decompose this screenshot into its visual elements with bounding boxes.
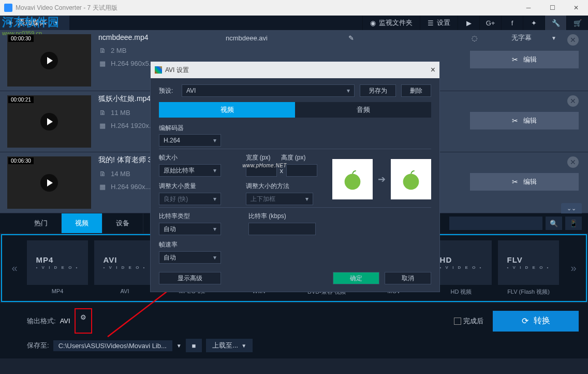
tab-video[interactable]: 视频 [62, 213, 102, 233]
framesize-select[interactable]: 原始比特率 [159, 164, 221, 177]
cancel-button[interactable]: 取消 [385, 272, 431, 284]
close-button[interactable]: ✕ [564, 0, 588, 16]
edit-button[interactable]: ✂ 编辑 [470, 51, 579, 68]
add-media-button[interactable]: ＋ 添加媒体 ▼ [0, 16, 69, 30]
file-size: 14 MB [111, 170, 130, 178]
audio-tab[interactable]: 音频 [295, 102, 431, 118]
pencil-icon[interactable]: ✎ [348, 34, 465, 42]
maximize-button[interactable]: ☐ [540, 0, 564, 16]
bitrate-input[interactable] [248, 223, 316, 235]
codec-select[interactable]: H.264 [159, 134, 221, 147]
scissors-icon: ✂ [512, 55, 518, 64]
tab-hot[interactable]: 热门 [21, 213, 62, 233]
file-thumbnail[interactable]: 00:06:30 [7, 156, 91, 209]
output-settings-gear-button[interactable]: ⚙ [77, 310, 90, 324]
watch-folder-label: 监视文件夹 [379, 18, 413, 27]
edit-button[interactable]: ✂ 编辑 [470, 112, 579, 130]
format-card[interactable]: FLV• V I D E O • FLV (Flash 视频) [498, 240, 559, 296]
file-icon: 🗎 [98, 109, 107, 117]
search-input[interactable] [449, 217, 542, 230]
quality-select[interactable]: 良好 (快) [159, 193, 221, 205]
codec-icon: ▦ [98, 60, 107, 67]
height-input[interactable] [286, 164, 317, 177]
search-icon: 🔍 [550, 220, 558, 227]
svg-point-2 [403, 174, 419, 190]
youtube-icon[interactable]: ▶ [458, 16, 479, 30]
framerate-select[interactable]: 自动 [159, 251, 221, 264]
play-icon[interactable] [40, 113, 58, 131]
bitrate-label: 比特率 (kbps) [248, 212, 328, 221]
app-icon [4, 4, 12, 12]
subtitle-label: 无字幕 [511, 33, 548, 42]
next-formats-button[interactable]: » [565, 242, 582, 294]
prev-formats-button[interactable]: « [6, 242, 23, 294]
bottom-bar: 输出格式: AVI ⚙ 完成后 ⟳ 转换 保存至: C:\Users\ASUS\… [0, 303, 588, 358]
play-icon[interactable] [40, 52, 58, 69]
remove-file-button[interactable]: ✕ [567, 34, 579, 46]
remove-file-button[interactable]: ✕ [567, 156, 579, 168]
dialog-close-button[interactable]: × [431, 65, 435, 75]
avi-settings-dialog: AVI 设置 × 预设: AVI 另存为 删除 视频 音频 编解码器 H.264… [150, 61, 440, 292]
after-checkbox[interactable]: 完成后 [454, 317, 483, 326]
subtitle-icon: ◌ [472, 34, 508, 42]
camera-icon: ◉ [370, 19, 376, 27]
facebook-icon[interactable]: f [501, 16, 523, 30]
framesize-label: 帧大小 [159, 153, 236, 162]
gear-icon: ⚙ [80, 313, 86, 321]
show-advanced-button[interactable]: 显示高级 [159, 272, 221, 284]
key-icon[interactable]: 🔧 [545, 16, 566, 30]
settings-label: 设置 [437, 18, 450, 27]
browse-folder-button[interactable]: ■ [186, 339, 202, 352]
path-dropdown-icon[interactable]: ▼ [177, 343, 182, 349]
file-codec: H.264 960x5... [111, 60, 155, 67]
preset-select[interactable]: AVI [182, 84, 355, 97]
format-card[interactable]: MP4• V I D E O • MP4 [27, 240, 88, 296]
double-chevron-down-icon: ⌄⌄ [567, 205, 576, 212]
format-label: MP4 [52, 288, 64, 294]
save-path-box[interactable]: C:\Users\ASUS\Videos\Movavi Lib... [53, 340, 172, 351]
search-button[interactable]: 🔍 [546, 217, 562, 230]
file-thumbnail[interactable]: 00:00:21 [7, 95, 91, 148]
duration-badge: 00:00:30 [8, 35, 34, 42]
remove-file-button[interactable]: ✕ [567, 95, 579, 107]
tab-device[interactable]: 设备 [102, 213, 143, 233]
dialog-title: AVI 设置 [165, 66, 189, 75]
format-label: FLV (Flash 视频) [507, 288, 550, 296]
chevron-down-icon: ▼ [241, 343, 246, 349]
resizemethod-select[interactable]: 上下加框 [246, 193, 313, 205]
bitratetype-select[interactable]: 自动 [159, 223, 221, 235]
twitter-icon[interactable]: ✦ [523, 16, 545, 30]
cart-icon[interactable]: 🛒 [566, 16, 588, 30]
convert-button[interactable]: ⟳ 转换 [493, 311, 579, 332]
format-card[interactable]: AVI• V I D E O • AVI [94, 240, 155, 296]
phone-icon: 📱 [569, 220, 578, 227]
preset-label: 预设: [159, 87, 177, 95]
settings-button[interactable]: ☰ 设置 [420, 16, 458, 30]
scissors-icon: ✂ [512, 178, 518, 186]
watch-folder-button[interactable]: ◉ 监视文件夹 [362, 16, 420, 30]
device-detect-button[interactable]: 📱 [565, 217, 582, 230]
video-tab[interactable]: 视频 [159, 102, 295, 118]
quality-label: 调整大小质量 [159, 182, 236, 191]
edit-button[interactable]: ✂ 编辑 [470, 173, 579, 191]
output-format-label: 输出格式: [27, 317, 56, 326]
file-codec: H.264 1920x... [111, 122, 155, 130]
googleplus-icon[interactable]: G+ [479, 16, 501, 30]
checkbox-icon [454, 318, 461, 325]
minimize-button[interactable]: ─ [517, 0, 540, 16]
width-label: 宽度 (px) [246, 153, 271, 162]
titlebar: Movavi Video Converter - 7 天试用版 ─ ☐ ✕ [0, 0, 588, 16]
delete-button[interactable]: 删除 [401, 84, 431, 97]
save-as-button[interactable]: 另存为 [360, 84, 396, 97]
file-icon: 🗎 [98, 47, 107, 54]
file-thumbnail[interactable]: 00:00:30 [7, 34, 91, 87]
expand-button[interactable]: ⌄⌄ [561, 203, 582, 213]
height-label: 高度 (px) [281, 153, 306, 162]
output-filename: ncmbdeee.avi [226, 34, 342, 42]
right-arrow-icon: ➔ [378, 174, 386, 185]
upload-label: 上载至... [212, 341, 238, 350]
play-icon[interactable] [40, 174, 58, 192]
upload-to-button[interactable]: 上载至... ▼ [206, 339, 253, 352]
list-icon: ☰ [428, 19, 434, 27]
ok-button[interactable]: 确定 [333, 272, 379, 284]
